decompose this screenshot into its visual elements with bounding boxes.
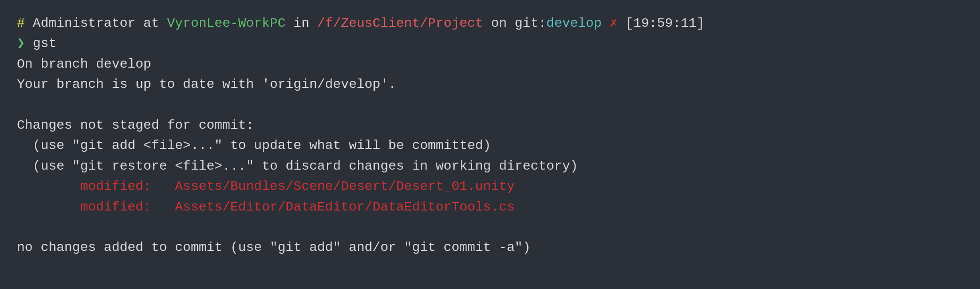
host-label: VyronLee-WorkPC [167, 13, 285, 33]
on-text: on [483, 13, 514, 33]
user-label: Administrator [33, 13, 135, 33]
path-label: /f/ZeusClient/Project [317, 13, 483, 33]
changes-not-staged-text: Changes not staged for commit: [17, 115, 254, 135]
time-label: [19:59:11] [625, 13, 704, 33]
empty-line [17, 95, 25, 115]
output-line-3: On branch develop [17, 54, 963, 74]
command-line: ❯ gst [17, 33, 963, 54]
output-line-11 [17, 217, 963, 237]
modified-label-1: modified: [17, 176, 175, 196]
in-text: in [285, 13, 317, 33]
output-line-5 [17, 95, 963, 115]
output-line-7: (use "git add <file>..." to update what … [17, 135, 963, 156]
terminal: # Administrator at VyronLee-WorkPC in /f… [17, 13, 963, 258]
modified-label-2: modified: [17, 197, 175, 217]
output-line-9: modified: Assets/Bundles/Scene/Desert/De… [17, 176, 963, 196]
output-line-4: Your branch is up to date with 'origin/d… [17, 74, 963, 94]
up-to-date-text: Your branch is up to date with 'origin/d… [17, 74, 396, 94]
output-line-6: Changes not staged for commit: [17, 115, 963, 135]
at-text: at [135, 13, 167, 33]
modified-file-1: Assets/Bundles/Scene/Desert/Desert_01.un… [175, 176, 515, 196]
command-text: gst [33, 33, 56, 54]
prompt-symbol: ❯ [17, 33, 33, 54]
prompt-line: # Administrator at VyronLee-WorkPC in /f… [17, 13, 963, 33]
git-text: git: [515, 13, 546, 33]
no-changes-text: no changes added to commit (use "git add… [17, 237, 530, 258]
output-line-12: no changes added to commit (use "git add… [17, 237, 963, 258]
hash-symbol: # [17, 13, 33, 33]
output-line-10: modified: Assets/Editor/DataEditor/DataE… [17, 197, 963, 217]
output-line-8: (use "git restore <file>..." to discard … [17, 156, 963, 176]
git-restore-hint: (use "git restore <file>..." to discard … [17, 156, 578, 176]
modified-file-2: Assets/Editor/DataEditor/DataEditorTools… [175, 197, 515, 217]
cross-symbol: ✗ [601, 13, 625, 33]
on-branch-text: On branch develop [17, 54, 151, 74]
branch-label: develop [546, 13, 602, 33]
git-add-hint: (use "git add <file>..." to update what … [17, 135, 491, 156]
empty-line-2 [17, 217, 25, 237]
